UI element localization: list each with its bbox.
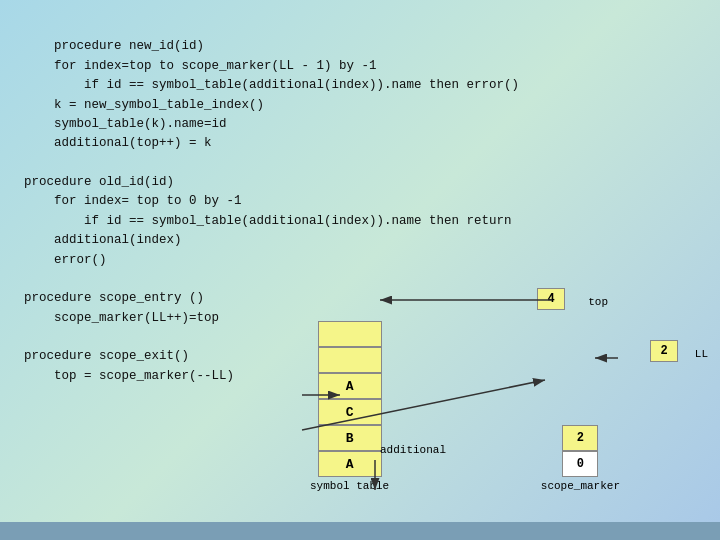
additional-label: additional — [380, 444, 446, 456]
sm-cell-2: 2 — [562, 425, 598, 451]
code-line-5: symbol_table(k).name=id — [24, 117, 227, 131]
code-line-12: error() — [24, 253, 107, 267]
stack-cell-b: B — [318, 425, 382, 451]
code-scope-entry-body: scope_marker(LL++)=top — [24, 311, 219, 325]
code-line-6: additional(top++) = k — [24, 136, 212, 150]
symbol-table-stack: A C B A symbol table — [310, 321, 389, 492]
stack-cell-empty — [318, 321, 382, 347]
code-line-8: procedure old_id(id) — [24, 175, 174, 189]
bottom-bar — [0, 522, 720, 540]
code-line-7 — [24, 156, 32, 170]
ll-label: LL — [695, 348, 708, 360]
stack-cell-a-top: A — [318, 373, 382, 399]
code-scope-entry: procedure scope_entry () — [24, 291, 204, 305]
code-scope-exit-body: top = scope_marker(--LL) — [24, 369, 234, 383]
ll-value-box: 2 — [650, 340, 678, 362]
code-line-1: procedure new_id(id) — [54, 39, 204, 53]
code-scope-exit-label: procedure scope_exit() — [24, 349, 189, 363]
top-label: top — [588, 296, 608, 308]
stack-cell-a-bot: A — [318, 451, 382, 477]
scope-marker-label: scope_marker — [541, 480, 620, 492]
stack-cell-empty2 — [318, 347, 382, 373]
top-value-box: 4 — [537, 288, 565, 310]
symbol-table-label: symbol table — [310, 480, 389, 492]
code-line-10: if id == symbol_table(additional(index))… — [24, 214, 512, 228]
code-line-2: for index=top to scope_marker(LL - 1) by… — [24, 59, 377, 73]
code-line-3: if id == symbol_table(additional(index))… — [24, 78, 519, 92]
sm-cell-0: 0 — [562, 451, 598, 477]
code-line-4: k = new_symbol_table_index() — [24, 98, 264, 112]
code-line-9: for index= top to 0 by -1 — [24, 194, 242, 208]
scope-marker-table: 2 0 scope_marker — [541, 425, 620, 492]
code-line-11: additional(index) — [24, 233, 182, 247]
code-scope-exit — [24, 330, 32, 344]
stack-cell-c: C — [318, 399, 382, 425]
code-line-13 — [24, 272, 32, 286]
